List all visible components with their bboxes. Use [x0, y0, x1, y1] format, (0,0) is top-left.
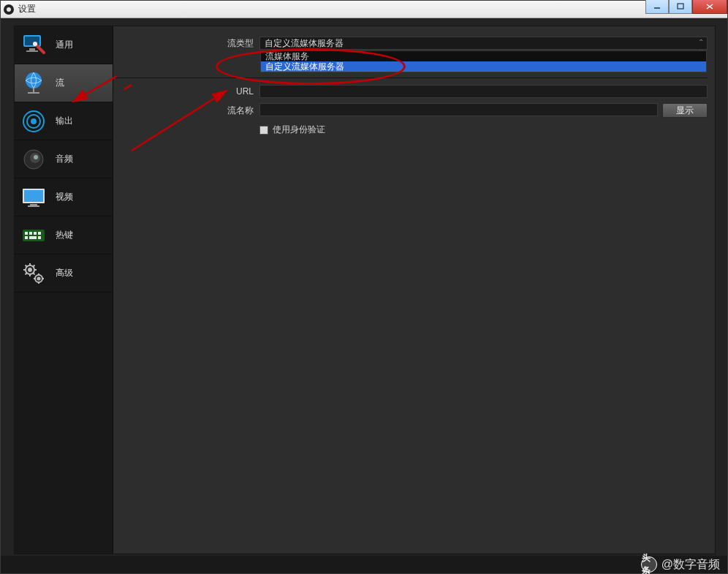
sidebar-item-output[interactable]: 输出 — [15, 102, 113, 140]
monitor-wrench-icon — [19, 31, 48, 60]
sidebar-item-label: 音频 — [56, 153, 73, 165]
svg-rect-29 — [38, 236, 41, 239]
use-auth-label: 使用身份验证 — [273, 124, 325, 136]
separator — [113, 78, 708, 78]
sidebar-item-advanced[interactable]: 高级 — [15, 254, 113, 292]
svg-rect-26 — [38, 232, 41, 235]
sidebar-item-label: 流 — [56, 77, 64, 89]
sidebar-item-audio[interactable]: 音频 — [15, 140, 113, 178]
svg-point-17 — [34, 155, 38, 159]
titlebar[interactable]: 设置 — [1, 1, 727, 18]
sidebar-item-label: 高级 — [56, 267, 73, 279]
svg-rect-11 — [28, 92, 39, 94]
stream-type-label: 流类型 — [113, 37, 259, 50]
sidebar-item-general[interactable]: 通用 — [15, 26, 113, 64]
stream-settings-content: 流类型 自定义流媒体服务器 ⌃⌄ 流媒体服务 自定义流媒体服务器 — [113, 26, 715, 554]
sidebar-item-label: 输出 — [56, 115, 73, 127]
window-controls — [645, 0, 727, 14]
keyboard-icon — [19, 221, 48, 250]
window-title: 设置 — [18, 3, 36, 15]
speaker-icon — [19, 145, 48, 174]
svg-point-33 — [37, 277, 39, 279]
svg-rect-20 — [30, 204, 37, 205]
stream-type-select[interactable]: 自定义流媒体服务器 ⌃⌄ 流媒体服务 自定义流媒体服务器 — [259, 37, 708, 50]
watermark-handle: @数字音频 — [661, 557, 720, 573]
svg-rect-27 — [25, 236, 28, 239]
svg-rect-21 — [28, 205, 39, 207]
svg-point-31 — [29, 268, 31, 271]
dropdown-option-custom[interactable]: 自定义流媒体服务器 — [261, 61, 706, 72]
svg-rect-22 — [23, 230, 45, 241]
broadcast-icon — [19, 107, 48, 136]
svg-rect-1 — [678, 4, 683, 9]
minimize-icon — [653, 3, 661, 10]
svg-rect-23 — [25, 232, 28, 235]
svg-rect-6 — [29, 48, 35, 50]
svg-point-14 — [31, 118, 37, 124]
url-label: URL — [113, 86, 259, 97]
watermark-bar: 头条 @数字音频 — [1, 556, 727, 573]
sidebar-item-video[interactable]: 视频 — [15, 178, 113, 216]
globe-icon — [19, 69, 48, 98]
minimize-button[interactable] — [645, 0, 669, 14]
sidebar-item-label: 热键 — [56, 229, 73, 241]
close-button[interactable] — [692, 0, 727, 14]
toutiao-logo-icon: 头条 — [641, 556, 657, 573]
stream-type-dropdown: 流媒体服务 自定义流媒体服务器 — [260, 50, 707, 72]
stream-key-input[interactable] — [259, 103, 658, 116]
sidebar-item-hotkeys[interactable]: 热键 — [15, 216, 113, 254]
svg-point-9 — [26, 72, 42, 88]
stream-key-label: 流名称 — [113, 105, 259, 117]
show-button[interactable]: 显示 — [662, 103, 708, 118]
sidebar-item-stream[interactable]: 流 — [15, 64, 113, 102]
sidebar-item-label: 通用 — [56, 39, 73, 51]
sidebar-item-label: 视频 — [56, 191, 73, 203]
settings-panel: 通用 流 — [14, 26, 716, 554]
monitor-icon — [19, 183, 48, 212]
gears-icon — [19, 259, 48, 288]
svg-rect-10 — [33, 88, 34, 92]
svg-point-8 — [33, 42, 37, 46]
dropdown-option-service[interactable]: 流媒体服务 — [261, 51, 706, 61]
settings-window: 设置 — [0, 0, 728, 574]
maximize-icon — [677, 3, 684, 10]
svg-rect-24 — [29, 232, 32, 235]
stream-type-value: 自定义流媒体服务器 — [265, 37, 344, 50]
client-area: 通用 流 — [1, 18, 727, 556]
url-input[interactable] — [259, 85, 708, 98]
app-icon — [4, 4, 14, 15]
svg-rect-19 — [24, 190, 43, 202]
close-icon — [705, 3, 714, 10]
svg-rect-28 — [29, 236, 37, 239]
sidebar: 通用 流 — [15, 26, 113, 554]
svg-rect-7 — [26, 50, 38, 52]
maximize-button[interactable] — [669, 0, 692, 14]
use-auth-checkbox[interactable] — [259, 126, 268, 135]
svg-rect-25 — [34, 232, 37, 235]
